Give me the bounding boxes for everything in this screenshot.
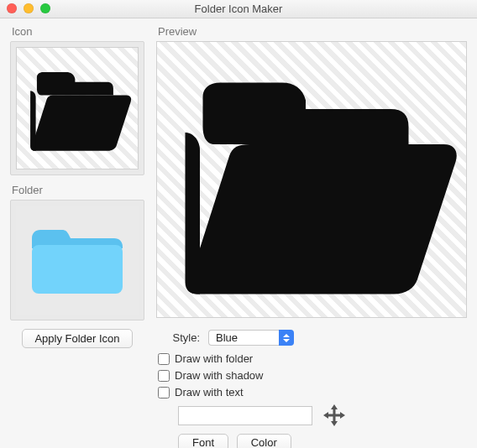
close-icon[interactable]: [7, 3, 17, 13]
icon-well[interactable]: [16, 47, 139, 169]
color-button[interactable]: Color: [237, 434, 291, 448]
svg-rect-6: [328, 414, 341, 417]
icon-panel: [10, 41, 144, 175]
minimize-icon[interactable]: [24, 3, 34, 13]
draw-with-shadow-label: Draw with shadow: [175, 369, 264, 382]
window-title: Folder Icon Maker: [195, 3, 283, 15]
draw-with-folder-checkbox[interactable]: [158, 353, 170, 365]
zoom-icon[interactable]: [40, 3, 50, 13]
open-folder-icon-large: [165, 54, 459, 305]
open-folder-icon: [23, 62, 132, 154]
folder-panel: [10, 200, 144, 320]
preview-section-label: Preview: [158, 25, 467, 38]
draw-with-text-label: Draw with text: [175, 386, 244, 399]
svg-rect-0: [32, 245, 123, 294]
font-button[interactable]: Font: [178, 434, 228, 448]
chevron-up-down-icon: [279, 330, 294, 346]
preview-well: [156, 41, 467, 318]
move-icon[interactable]: [322, 404, 346, 427]
style-label: Style:: [156, 331, 200, 344]
style-select-value: Blue: [208, 330, 279, 346]
draw-with-shadow-checkbox[interactable]: [158, 370, 170, 382]
style-select[interactable]: Blue: [208, 330, 294, 346]
window-controls: [7, 3, 50, 13]
folder-well[interactable]: [16, 206, 139, 315]
mac-folder-icon: [27, 220, 128, 300]
icon-section-label: Icon: [12, 25, 144, 38]
apply-folder-icon-button[interactable]: Apply Folder Icon: [22, 329, 132, 348]
titlebar: Folder Icon Maker: [0, 0, 477, 18]
text-input[interactable]: [178, 406, 312, 425]
draw-with-folder-label: Draw with folder: [175, 352, 253, 365]
folder-section-label: Folder: [12, 184, 144, 196]
draw-with-text-checkbox[interactable]: [158, 387, 170, 399]
